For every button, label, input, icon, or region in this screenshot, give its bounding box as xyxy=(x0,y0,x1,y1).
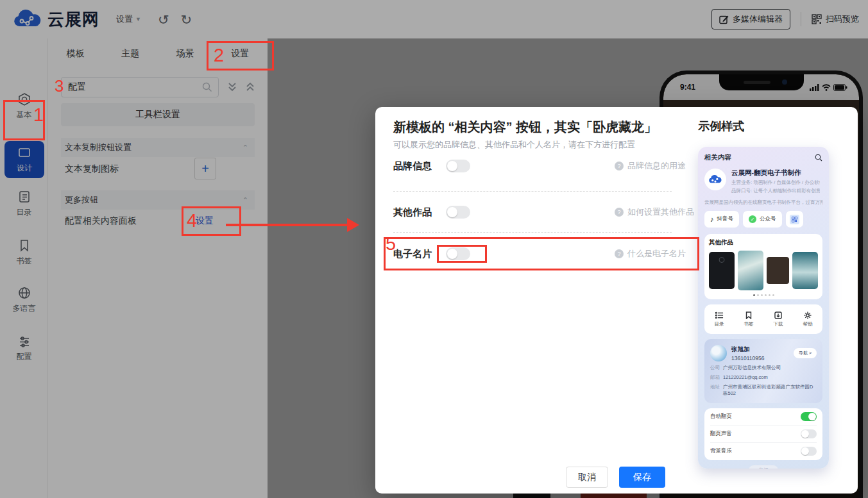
toolbar-label: 帮助 xyxy=(803,321,813,328)
help-text: 如何设置其他作品 xyxy=(627,206,694,218)
company-row: 公司 广州万彩信息技术有限公司 xyxy=(710,365,817,371)
brand-block: 云展网-翻页电子书制作 主营业务: 动画制作 / 自媒体创作 / 办公软件 品牌… xyxy=(704,169,822,194)
toolbar-toc-button[interactable]: 目录 xyxy=(704,311,734,328)
qr-code-icon xyxy=(790,215,799,224)
cloud-logo-icon xyxy=(708,174,722,185)
bg-music-row: 背景音乐 xyxy=(710,443,817,460)
email-value: 121220221@qq.com xyxy=(723,374,768,381)
example-preview-card: 相关内容 云展网-翻页电子书制作 主营业务: 动画制作 / 自媒体创作 / 办公… xyxy=(698,147,829,469)
annotation-arrow xyxy=(226,224,349,226)
example-style-title: 示例样式 xyxy=(698,119,744,134)
toggle-knob xyxy=(447,207,457,217)
company-value: 广州万彩信息技术有限公司 xyxy=(723,365,781,371)
preview-settings: 自动翻页 翻页声音 背景音乐 xyxy=(704,408,822,460)
other-works-toggle[interactable] xyxy=(446,206,470,219)
wechat-icon: ✓ xyxy=(749,215,756,223)
bg-music-toggle[interactable] xyxy=(801,447,817,456)
preview-header: 相关内容 xyxy=(704,153,822,162)
brand-info-label: 品牌信息 xyxy=(393,160,446,172)
related-content-modal: 新模板的 “相关内容” 按钮，其实「卧虎藏龙」 可以展示您的品牌信息、其他作品和… xyxy=(375,107,858,494)
question-icon: ? xyxy=(615,249,624,258)
wechat-label: 公众号 xyxy=(760,215,776,223)
brand-logo xyxy=(704,169,726,190)
works-covers xyxy=(709,251,818,290)
business-card: 张旭加 13610110956 导航 > 公司 广州万彩信息技术有限公司 邮箱 … xyxy=(704,339,822,403)
toolbar-label: 目录 xyxy=(715,321,724,328)
other-works-label: 其他作品 xyxy=(393,206,446,219)
brand-info-help-link[interactable]: ? 品牌信息的用途 xyxy=(615,160,686,172)
address-label: 地址 xyxy=(710,384,720,397)
toolbar-download-button[interactable]: 下载 xyxy=(763,311,793,328)
other-works-help-link[interactable]: ? 如何设置其他作品 xyxy=(615,206,694,218)
other-works-section: 其他作品 xyxy=(704,234,822,299)
work-cover[interactable] xyxy=(738,251,763,290)
toggle-knob xyxy=(447,249,457,259)
ecard-toggle[interactable] xyxy=(446,247,470,260)
email-label: 邮箱 xyxy=(710,374,720,381)
brand-name: 云展网-翻页电子书制作 xyxy=(731,169,820,178)
douyin-icon: ♪ xyxy=(710,215,714,223)
qr-button[interactable] xyxy=(786,211,803,228)
report-button[interactable]: 举报 xyxy=(749,465,778,469)
save-button[interactable]: 保存 xyxy=(619,467,665,488)
wechat-official-button[interactable]: ✓ 公众号 xyxy=(743,211,782,228)
download-icon xyxy=(774,311,782,319)
bookmark-icon xyxy=(745,311,753,319)
toolbar-label: 书签 xyxy=(744,321,754,328)
question-icon: ? xyxy=(615,208,624,217)
modal-title: 新模板的 “相关内容” 按钮，其实「卧虎藏龙」 xyxy=(393,119,657,136)
address-value: 广州市黄埔区联和街道彩频路广东软件园D栋502 xyxy=(723,384,817,397)
toggle-knob xyxy=(447,161,457,171)
help-text: 品牌信息的用途 xyxy=(627,160,686,172)
other-works-title: 其他作品 xyxy=(709,238,818,247)
avatar xyxy=(710,345,727,361)
douyin-label: 抖音号 xyxy=(717,215,734,223)
ecard-help-link[interactable]: ? 什么是电子名片 xyxy=(615,248,686,260)
cancel-button[interactable]: 取消 xyxy=(566,467,608,488)
app-root: 9:41 云展网 设 xyxy=(0,0,868,498)
flip-sound-toggle[interactable] xyxy=(801,429,817,438)
person-name: 张旭加 xyxy=(731,345,764,354)
person-phone: 13610110956 xyxy=(731,355,764,361)
brand-info-toggle[interactable] xyxy=(446,160,470,172)
social-buttons: ♪ 抖音号 ✓ 公众号 xyxy=(704,211,822,228)
annotation-arrow-head xyxy=(347,218,359,232)
preview-toolbar: 目录 书签 下载 帮助 xyxy=(704,304,822,334)
toolbar-bookmark-button[interactable]: 书签 xyxy=(734,311,763,328)
divider xyxy=(393,232,672,233)
ecard-label: 电子名片 xyxy=(393,248,446,260)
flip-sound-label: 翻页声音 xyxy=(710,430,732,438)
flip-sound-row: 翻页声音 xyxy=(710,426,817,443)
preview-panel-title: 相关内容 xyxy=(704,153,731,162)
email-row: 邮箱 121220221@qq.com xyxy=(710,374,817,381)
brand-info: 云展网-翻页电子书制作 主营业务: 动画制作 / 自媒体创作 / 办公软件 品牌… xyxy=(731,169,820,194)
ecard-row: 电子名片 ? 什么是电子名片 xyxy=(393,240,672,268)
brand-info-row: 品牌信息 ? 品牌信息的用途 xyxy=(393,152,672,180)
help-text: 什么是电子名片 xyxy=(627,248,686,260)
search-icon[interactable] xyxy=(815,154,822,162)
brand-line2: 品牌口号: 让每个人都能制作出精彩有创意的数字... xyxy=(731,188,820,194)
question-icon: ? xyxy=(615,162,624,170)
bg-music-label: 背景音乐 xyxy=(710,447,732,455)
address-row: 地址 广州市黄埔区联和街道彩频路广东软件园D栋502 xyxy=(710,384,817,397)
brand-desc-text: 云展网是国内领先的在线翻页电子书制作平台，过百万用户.... xyxy=(704,199,822,205)
auto-flip-toggle[interactable] xyxy=(801,412,817,421)
douyin-button[interactable]: ♪ 抖音号 xyxy=(704,211,739,228)
modal-subtitle: 可以展示您的品牌信息、其他作品和个人名片，请在下方进行配置 xyxy=(393,139,635,151)
brand-line1: 主营业务: 动画制作 / 自媒体创作 / 办公软件 xyxy=(731,179,820,186)
brand-description: 云展网是国内领先的在线翻页电子书制作平台，过百万用户.... 更多 xyxy=(704,199,822,206)
navigate-button[interactable]: 导航 > xyxy=(794,348,817,358)
gear-icon xyxy=(804,311,812,319)
toc-icon xyxy=(715,311,724,319)
work-cover[interactable] xyxy=(767,257,790,284)
carousel-dots xyxy=(709,294,818,296)
auto-flip-label: 自动翻页 xyxy=(710,413,732,420)
divider xyxy=(393,191,672,192)
work-cover[interactable] xyxy=(709,252,735,289)
other-works-row: 其他作品 ? 如何设置其他作品 xyxy=(393,198,672,226)
toolbar-help-button[interactable]: 帮助 xyxy=(793,311,822,328)
company-label: 公司 xyxy=(710,365,720,371)
work-cover[interactable] xyxy=(792,252,818,289)
toolbar-label: 下载 xyxy=(774,321,783,328)
auto-flip-row: 自动翻页 xyxy=(710,408,817,426)
